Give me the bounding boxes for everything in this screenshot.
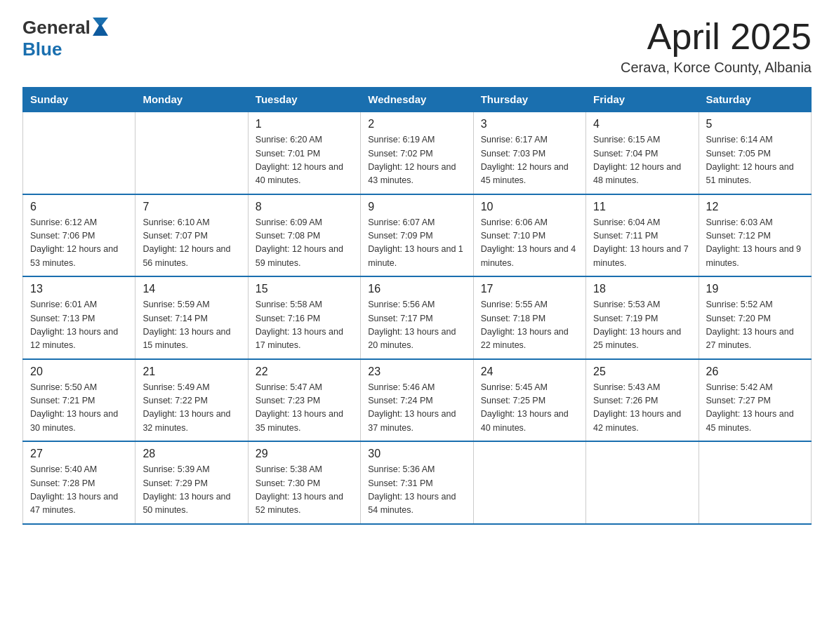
day-number: 2: [368, 118, 465, 130]
day-info: Sunrise: 6:10 AMSunset: 7:07 PMDaylight:…: [143, 216, 240, 271]
day-number: 25: [593, 365, 691, 378]
weekday-header-monday: Monday: [135, 88, 248, 112]
calendar-cell: 22Sunrise: 5:47 AMSunset: 7:23 PMDayligh…: [248, 359, 360, 442]
calendar-cell: 11Sunrise: 6:04 AMSunset: 7:11 PMDayligh…: [586, 194, 699, 277]
day-number: 26: [706, 365, 804, 378]
weekday-header-tuesday: Tuesday: [248, 88, 360, 112]
day-info: Sunrise: 5:50 AMSunset: 7:21 PMDaylight:…: [30, 381, 128, 436]
day-number: 20: [30, 365, 128, 378]
day-number: 17: [481, 283, 578, 295]
calendar-cell: 23Sunrise: 5:46 AMSunset: 7:24 PMDayligh…: [361, 359, 473, 442]
calendar-cell: 5Sunrise: 6:14 AMSunset: 7:05 PMDaylight…: [699, 112, 811, 194]
day-info: Sunrise: 6:06 AMSunset: 7:10 PMDaylight:…: [481, 216, 578, 271]
calendar-table: SundayMondayTuesdayWednesdayThursdayFrid…: [22, 87, 812, 525]
day-number: 22: [256, 365, 353, 378]
day-info: Sunrise: 5:55 AMSunset: 7:18 PMDaylight:…: [481, 298, 578, 353]
calendar-week-row: 6Sunrise: 6:12 AMSunset: 7:06 PMDaylight…: [23, 194, 812, 277]
day-number: 29: [256, 448, 353, 460]
day-number: 9: [368, 201, 465, 213]
day-number: 23: [368, 365, 465, 378]
day-info: Sunrise: 5:49 AMSunset: 7:22 PMDaylight:…: [143, 381, 240, 436]
day-number: 24: [481, 365, 578, 378]
calendar-title: April 2025: [621, 17, 812, 57]
logo: GeneralBlue: [22, 17, 108, 60]
day-info: Sunrise: 5:38 AMSunset: 7:30 PMDaylight:…: [256, 463, 353, 518]
day-info: Sunrise: 6:17 AMSunset: 7:03 PMDaylight:…: [481, 133, 578, 188]
svg-marker-1: [93, 23, 108, 36]
day-info: Sunrise: 6:07 AMSunset: 7:09 PMDaylight:…: [368, 216, 465, 271]
day-number: 28: [143, 448, 240, 460]
day-number: 27: [30, 448, 128, 460]
calendar-subtitle: Cerava, Korce County, Albania: [621, 60, 812, 76]
calendar-cell: [699, 441, 811, 524]
day-info: Sunrise: 6:20 AMSunset: 7:01 PMDaylight:…: [256, 133, 353, 188]
day-info: Sunrise: 5:40 AMSunset: 7:28 PMDaylight:…: [30, 463, 128, 518]
day-number: 7: [143, 201, 240, 213]
day-info: Sunrise: 6:12 AMSunset: 7:06 PMDaylight:…: [30, 216, 128, 271]
calendar-week-row: 20Sunrise: 5:50 AMSunset: 7:21 PMDayligh…: [23, 359, 812, 442]
day-number: 3: [481, 118, 578, 130]
day-info: Sunrise: 5:36 AMSunset: 7:31 PMDaylight:…: [368, 463, 465, 518]
calendar-cell: 28Sunrise: 5:39 AMSunset: 7:29 PMDayligh…: [135, 441, 248, 524]
weekday-header-saturday: Saturday: [699, 88, 811, 112]
day-info: Sunrise: 6:01 AMSunset: 7:13 PMDaylight:…: [30, 298, 128, 353]
day-info: Sunrise: 6:15 AMSunset: 7:04 PMDaylight:…: [593, 133, 691, 188]
day-info: Sunrise: 6:03 AMSunset: 7:12 PMDaylight:…: [706, 216, 804, 271]
calendar-cell: 15Sunrise: 5:58 AMSunset: 7:16 PMDayligh…: [248, 276, 360, 359]
day-number: 6: [30, 201, 128, 213]
day-info: Sunrise: 5:46 AMSunset: 7:24 PMDaylight:…: [368, 381, 465, 436]
day-info: Sunrise: 5:47 AMSunset: 7:23 PMDaylight:…: [256, 381, 353, 436]
weekday-header-sunday: Sunday: [23, 88, 135, 112]
calendar-cell: 26Sunrise: 5:42 AMSunset: 7:27 PMDayligh…: [699, 359, 811, 442]
day-number: 14: [143, 283, 240, 295]
calendar-cell: [23, 112, 135, 194]
calendar-cell: 14Sunrise: 5:59 AMSunset: 7:14 PMDayligh…: [135, 276, 248, 359]
calendar-cell: 19Sunrise: 5:52 AMSunset: 7:20 PMDayligh…: [699, 276, 811, 359]
day-number: 15: [256, 283, 353, 295]
day-number: 18: [593, 283, 691, 295]
day-number: 16: [368, 283, 465, 295]
calendar-cell: 16Sunrise: 5:56 AMSunset: 7:17 PMDayligh…: [361, 276, 473, 359]
calendar-cell: 7Sunrise: 6:10 AMSunset: 7:07 PMDaylight…: [135, 194, 248, 277]
calendar-cell: 1Sunrise: 6:20 AMSunset: 7:01 PMDaylight…: [248, 112, 360, 194]
calendar-cell: [473, 441, 585, 524]
day-number: 8: [256, 201, 353, 213]
weekday-header-thursday: Thursday: [473, 88, 585, 112]
logo-icon: [93, 18, 108, 36]
calendar-cell: 20Sunrise: 5:50 AMSunset: 7:21 PMDayligh…: [23, 359, 135, 442]
calendar-cell: 30Sunrise: 5:36 AMSunset: 7:31 PMDayligh…: [361, 441, 473, 524]
calendar-cell: 25Sunrise: 5:43 AMSunset: 7:26 PMDayligh…: [586, 359, 699, 442]
day-info: Sunrise: 6:09 AMSunset: 7:08 PMDaylight:…: [256, 216, 353, 271]
calendar-week-row: 27Sunrise: 5:40 AMSunset: 7:28 PMDayligh…: [23, 441, 812, 524]
calendar-cell: 24Sunrise: 5:45 AMSunset: 7:25 PMDayligh…: [473, 359, 585, 442]
day-info: Sunrise: 5:42 AMSunset: 7:27 PMDaylight:…: [706, 381, 804, 436]
calendar-week-row: 1Sunrise: 6:20 AMSunset: 7:01 PMDaylight…: [23, 112, 812, 194]
logo-blue: Blue: [22, 39, 62, 60]
calendar-cell: 8Sunrise: 6:09 AMSunset: 7:08 PMDaylight…: [248, 194, 360, 277]
calendar-cell: 18Sunrise: 5:53 AMSunset: 7:19 PMDayligh…: [586, 276, 699, 359]
day-info: Sunrise: 5:53 AMSunset: 7:19 PMDaylight:…: [593, 298, 691, 353]
calendar-cell: [586, 441, 699, 524]
page-header: GeneralBlue April 2025 Cerava, Korce Cou…: [22, 17, 812, 76]
day-info: Sunrise: 5:56 AMSunset: 7:17 PMDaylight:…: [368, 298, 465, 353]
day-info: Sunrise: 6:04 AMSunset: 7:11 PMDaylight:…: [593, 216, 691, 271]
calendar-cell: 2Sunrise: 6:19 AMSunset: 7:02 PMDaylight…: [361, 112, 473, 194]
calendar-cell: 27Sunrise: 5:40 AMSunset: 7:28 PMDayligh…: [23, 441, 135, 524]
day-number: 4: [593, 118, 691, 130]
day-number: 21: [143, 365, 240, 378]
day-number: 10: [481, 201, 578, 213]
day-number: 1: [256, 118, 353, 130]
day-info: Sunrise: 5:59 AMSunset: 7:14 PMDaylight:…: [143, 298, 240, 353]
calendar-cell: 12Sunrise: 6:03 AMSunset: 7:12 PMDayligh…: [699, 194, 811, 277]
calendar-cell: 4Sunrise: 6:15 AMSunset: 7:04 PMDaylight…: [586, 112, 699, 194]
calendar-cell: 9Sunrise: 6:07 AMSunset: 7:09 PMDaylight…: [361, 194, 473, 277]
day-info: Sunrise: 5:58 AMSunset: 7:16 PMDaylight:…: [256, 298, 353, 353]
logo-general: General: [22, 17, 91, 39]
calendar-week-row: 13Sunrise: 6:01 AMSunset: 7:13 PMDayligh…: [23, 276, 812, 359]
day-number: 30: [368, 448, 465, 460]
calendar-cell: 29Sunrise: 5:38 AMSunset: 7:30 PMDayligh…: [248, 441, 360, 524]
day-info: Sunrise: 6:14 AMSunset: 7:05 PMDaylight:…: [706, 133, 804, 188]
day-info: Sunrise: 5:39 AMSunset: 7:29 PMDaylight:…: [143, 463, 240, 518]
calendar-cell: 10Sunrise: 6:06 AMSunset: 7:10 PMDayligh…: [473, 194, 585, 277]
calendar-cell: 21Sunrise: 5:49 AMSunset: 7:22 PMDayligh…: [135, 359, 248, 442]
